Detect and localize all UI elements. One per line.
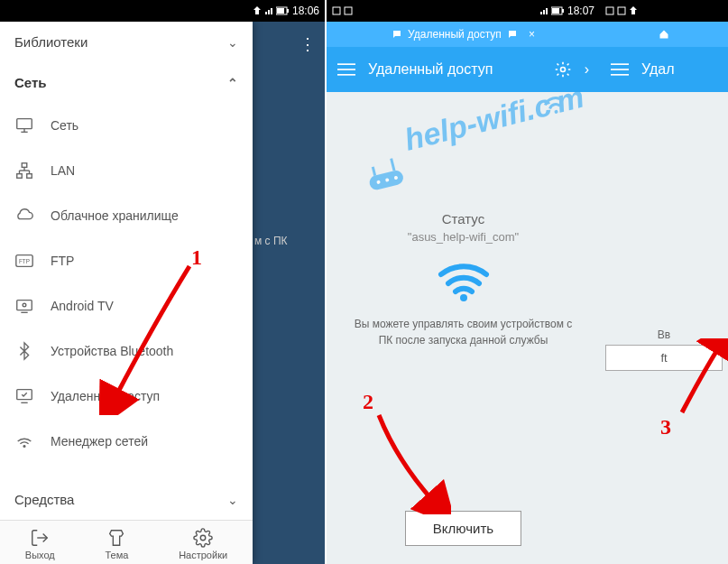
overflow-icon[interactable]: › [585,61,589,78]
annotation-2: 2 [363,390,373,414]
menu-label: Сеть [51,118,78,133]
status-value: "asus_help-wifi_com" [337,230,589,244]
svg-rect-42 [611,69,629,70]
content-area: Вв ft [600,92,728,564]
lan-icon [14,161,34,180]
menu-item-lan[interactable]: LAN [0,148,253,193]
wifi-manager-icon [14,431,34,451]
bottom-label: Настройки [179,550,227,560]
gear-icon [193,528,213,548]
status-time: 18:06 [292,5,319,17]
close-icon[interactable]: × [529,28,535,41]
menu-label: LAN [51,163,75,178]
ftp-icon: FTP [14,251,34,271]
app-bar: Удаленный доступ › [327,47,600,92]
exit-icon [30,528,50,548]
svg-rect-29 [543,10,545,14]
tv-icon [14,296,34,316]
content-area: Статус "asus_help-wifi_com" Вы можете уп… [327,92,600,564]
svg-rect-4 [277,8,284,14]
notification-text: Удаленный доступ [408,28,502,41]
description-text: Вы можете управлять своим устройством с … [337,316,589,348]
menu-item-cloud[interactable]: Облачное хранилище [0,193,253,238]
background-text: м с ПК [254,235,325,247]
annotation-3: 3 [660,415,671,439]
chat-icon [507,29,518,40]
svg-rect-36 [337,74,355,76]
enable-button[interactable]: Включить [405,511,521,546]
notification-bar: Удаленный доступ × [327,22,600,47]
svg-rect-41 [611,63,629,65]
cloud-icon [14,206,34,226]
status-label: Статус [337,211,589,227]
svg-rect-27 [345,7,352,14]
bottom-label: Тема [106,550,129,560]
svg-point-25 [200,535,206,541]
status-left-icons [332,6,353,15]
bottom-label: Выход [25,550,55,560]
app-bar: Удал [600,47,728,92]
svg-rect-0 [265,12,267,14]
settings-button[interactable]: Настройки [179,528,227,560]
svg-point-19 [23,303,26,307]
phone-screen-2: 18:07 Удаленный доступ × Удаленный досту… [327,0,600,564]
menu-label: Менеджер сетей [51,434,148,448]
svg-rect-11 [27,174,32,179]
svg-rect-32 [552,8,559,14]
arrow-1 [99,262,203,415]
remote-icon [14,386,34,406]
svg-rect-2 [271,8,272,14]
status-bar: 18:07 [327,0,600,22]
svg-rect-39 [606,7,613,14]
notification-bar [600,22,728,47]
home-icon [659,29,669,40]
theme-button[interactable]: Тема [106,528,129,560]
theme-icon [106,528,126,548]
phone-screen-3: Удал Вв ft [600,0,728,564]
chevron-down-icon: ⌄ [227,493,238,507]
svg-text:FTP: FTP [19,258,30,264]
appbar-title: Удаленный доступ [368,61,541,78]
chevron-down-icon: ⌄ [227,35,238,50]
section-label: Сеть [14,75,47,90]
status-left-icons [605,6,638,15]
svg-point-38 [460,294,467,301]
arrow-3 [675,338,728,420]
svg-rect-1 [268,10,270,14]
svg-rect-6 [17,119,32,129]
svg-point-37 [560,68,565,72]
status-bar [600,0,728,22]
status-icons [253,6,289,15]
menu-icon[interactable] [337,60,355,79]
menu-label: FTP [51,254,74,268]
svg-rect-9 [22,163,27,168]
menu-item-network-manager[interactable]: Менеджер сетей [0,419,253,464]
gear-icon[interactable] [554,60,572,79]
status-icons [539,6,564,15]
section-libraries[interactable]: Библиотеки ⌄ [0,22,253,62]
section-label: Средства [14,492,74,507]
exit-button[interactable]: Выход [25,528,55,560]
svg-rect-28 [540,12,542,14]
section-network[interactable]: Сеть ⌃ [0,62,253,103]
svg-rect-10 [17,174,23,179]
menu-item-network[interactable]: Сеть [0,103,253,148]
section-tools[interactable]: Средства ⌄ [0,479,253,520]
svg-rect-40 [618,7,625,14]
chat-icon [392,29,402,40]
overflow-icon[interactable]: ⋮ [299,34,316,54]
section-label: Библиотеки [14,34,88,50]
appbar-title: Удал [641,61,717,78]
wifi-icon [437,256,491,301]
svg-rect-43 [611,74,629,76]
arrow-2 [370,406,451,514]
svg-rect-35 [337,69,355,70]
menu-label: Облачное хранилище [51,208,179,223]
svg-rect-26 [333,7,340,14]
svg-rect-18 [17,300,32,310]
svg-rect-34 [337,63,355,65]
menu-icon[interactable] [611,60,629,79]
svg-point-23 [23,446,25,448]
svg-rect-30 [546,8,548,14]
bottom-bar: Выход Тема Настройки [0,520,253,564]
